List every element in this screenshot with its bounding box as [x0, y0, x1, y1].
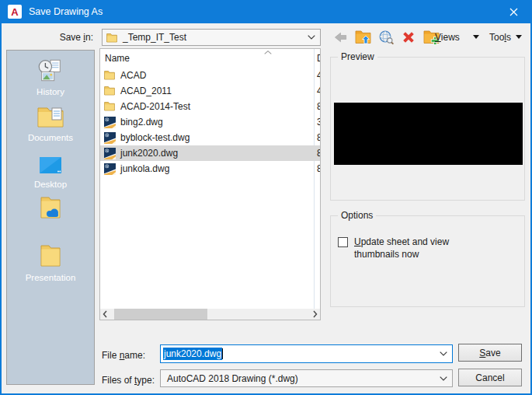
- checkbox-label-line1[interactable]: Update sheet and view: [354, 236, 449, 247]
- delete-x-icon: [401, 30, 416, 45]
- preview-thumbnail: [334, 103, 523, 165]
- folder-icon: [104, 86, 115, 96]
- list-item[interactable]: bing2.dwg 3: [100, 114, 321, 130]
- file-name-combobox[interactable]: junk2020.dwg: [160, 344, 453, 363]
- scroll-right-icon[interactable]: [313, 310, 318, 318]
- files-of-type-combobox[interactable]: AutoCAD 2018 Drawing (*.dwg): [160, 369, 453, 387]
- list-item[interactable]: ACAD 4: [100, 68, 321, 83]
- tools-caret-icon[interactable]: [516, 35, 522, 39]
- file-name-value: junk2020.dwg: [163, 348, 222, 360]
- back-arrow-icon: [333, 31, 348, 44]
- sidebar-item-desktop[interactable]: Desktop: [7, 156, 94, 189]
- close-icon: [509, 8, 518, 16]
- files-of-type-label: Files of type:: [102, 375, 155, 386]
- places-sidebar: History Documents Desktop: [6, 50, 95, 385]
- list-item[interactable]: junkola.dwg 8: [100, 161, 321, 177]
- sidebar-item-history[interactable]: History: [7, 58, 94, 96]
- tools-menu[interactable]: Tools: [489, 32, 511, 43]
- list-header[interactable]: Name D: [100, 49, 320, 66]
- onedrive-folder-icon: [38, 195, 63, 220]
- file-list: Name D ACAD 4 ACAD_2011 4 ACAD-2014-Test…: [99, 48, 321, 320]
- sidebar-item-label: Presentation: [7, 273, 94, 282]
- sidebar-item-onedrive[interactable]: [7, 195, 94, 225]
- list-item[interactable]: byblock-test.dwg 8: [100, 130, 321, 145]
- cancel-button[interactable]: Cancel: [458, 369, 522, 386]
- checkbox-label-line2[interactable]: thumbnails now: [354, 249, 419, 260]
- window-title: Save Drawing As: [29, 6, 103, 17]
- views-menu[interactable]: Views: [435, 32, 460, 43]
- preview-group: Preview: [330, 57, 525, 201]
- search-web-button[interactable]: [377, 29, 395, 46]
- scroll-left-icon[interactable]: [103, 310, 107, 318]
- dwg-file-icon: [104, 117, 116, 128]
- delete-button[interactable]: [399, 29, 418, 46]
- folder-icon: [104, 70, 115, 80]
- save-button[interactable]: Save: [458, 344, 522, 362]
- autocad-logo-icon: A: [8, 5, 22, 19]
- dwg-file-icon: [104, 132, 116, 144]
- folder-up-icon: [355, 30, 371, 45]
- preview-group-title: Preview: [338, 51, 377, 62]
- up-one-level-button[interactable]: [353, 29, 372, 46]
- folder-icon: [106, 33, 117, 43]
- list-item-selected[interactable]: junk2020.dwg 8: [100, 145, 321, 161]
- column-header-date[interactable]: D: [317, 53, 321, 64]
- column-header-name[interactable]: Name: [105, 53, 130, 64]
- save-drawing-as-dialog: A Save Drawing As Save in: _Temp_IT_Test: [0, 0, 532, 395]
- chevron-down-icon: [308, 35, 315, 40]
- sidebar-item-label: History: [7, 87, 94, 96]
- sidebar-item-documents[interactable]: Documents: [7, 105, 94, 142]
- options-group: Options Update sheet and view thumbnails…: [330, 215, 525, 307]
- chevron-down-icon[interactable]: [440, 376, 447, 381]
- sidebar-item-presentation[interactable]: Presentation: [7, 243, 94, 282]
- titlebar[interactable]: A Save Drawing As: [0, 0, 532, 23]
- update-thumbnails-checkbox[interactable]: [338, 237, 348, 247]
- close-button[interactable]: [499, 0, 527, 23]
- back-button[interactable]: [331, 29, 349, 46]
- history-icon: [37, 58, 64, 82]
- options-group-title: Options: [338, 210, 376, 221]
- sidebar-item-label: Documents: [7, 133, 94, 142]
- chevron-down-icon[interactable]: [440, 351, 447, 356]
- text-cursor: [222, 348, 223, 359]
- list-item[interactable]: ACAD-2014-Test 8: [100, 99, 321, 114]
- sidebar-item-label: Desktop: [7, 180, 94, 189]
- save-in-combobox[interactable]: _Temp_IT_Test: [102, 29, 321, 46]
- save-in-label: Save in:: [23, 32, 93, 43]
- dwg-file-icon: [104, 148, 116, 159]
- horizontal-scrollbar[interactable]: [100, 309, 320, 320]
- documents-icon: [37, 105, 64, 128]
- file-name-label: File name:: [102, 350, 145, 361]
- scrollbar-thumb[interactable]: [114, 309, 207, 320]
- list-item[interactable]: ACAD_2011 4: [100, 83, 321, 99]
- sort-ascending-icon: [264, 51, 272, 54]
- dwg-file-icon: [104, 163, 116, 175]
- files-of-type-value: AutoCAD 2018 Drawing (*.dwg): [167, 373, 298, 384]
- presentation-folder-icon: [38, 243, 63, 268]
- desktop-icon: [38, 156, 63, 175]
- save-in-value: _Temp_IT_Test: [123, 32, 186, 43]
- folder-icon: [104, 101, 115, 111]
- views-caret-icon[interactable]: [473, 35, 479, 39]
- globe-magnifier-icon: [378, 30, 395, 45]
